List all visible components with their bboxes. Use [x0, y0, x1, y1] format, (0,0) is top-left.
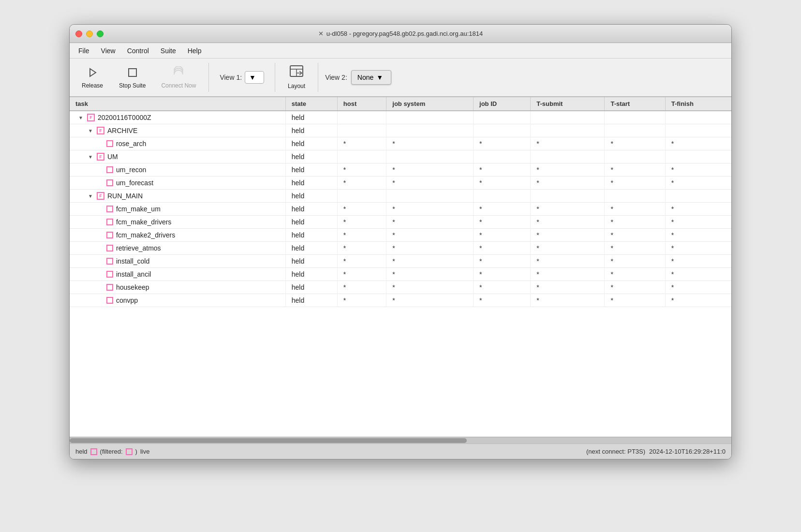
leaf-icon — [106, 245, 113, 251]
leaf-icon — [106, 219, 113, 225]
table-row[interactable]: housekeepheld****** — [70, 281, 731, 294]
table-row[interactable]: ▼FUMheld — [70, 150, 731, 163]
host-cell — [337, 111, 386, 124]
release-label: Release — [82, 82, 103, 89]
table-row[interactable]: install_coldheld****** — [70, 255, 731, 268]
leaf-icon — [106, 284, 113, 291]
table-row[interactable]: retrieve_atmosheld****** — [70, 242, 731, 255]
table-row[interactable]: fcm_make_umheld****** — [70, 203, 731, 216]
table-row[interactable]: fcm_make_driversheld****** — [70, 216, 731, 229]
t-start-cell: * — [605, 294, 665, 307]
t-submit-cell: * — [531, 281, 605, 294]
task-cell: retrieve_atmos — [70, 242, 285, 255]
release-button[interactable]: Release — [75, 63, 109, 92]
table-row[interactable]: rose_archheld****** — [70, 137, 731, 150]
expand-arrow[interactable]: ▼ — [88, 193, 94, 199]
host-cell: * — [337, 177, 386, 190]
svg-rect-1 — [129, 69, 136, 76]
t-start-cell: * — [605, 281, 665, 294]
traffic-lights — [75, 30, 104, 37]
t-finish-cell — [665, 150, 731, 163]
menu-view[interactable]: View — [96, 45, 120, 57]
job-system-cell: * — [386, 242, 474, 255]
task-cell: install_cold — [70, 255, 285, 268]
host-cell: * — [337, 229, 386, 242]
status-state: held — [75, 448, 88, 455]
host-cell: * — [337, 242, 386, 255]
expand-arrow[interactable]: ▼ — [78, 115, 84, 120]
title-icon: ✕ — [318, 30, 324, 37]
job-id-cell: * — [474, 177, 531, 190]
t-finish-cell: * — [665, 294, 731, 307]
job-id-cell: * — [474, 203, 531, 216]
t-submit-cell — [531, 190, 605, 203]
view1-label: View 1: — [220, 74, 242, 81]
state-cell: held — [285, 229, 337, 242]
task-table-container[interactable]: task state host job system job ID T-subm… — [70, 97, 731, 437]
t-start-cell: * — [605, 255, 665, 268]
layout-button[interactable]: Layout — [282, 62, 311, 92]
job-id-cell: * — [474, 216, 531, 229]
stop-suite-button[interactable]: Stop Suite — [113, 63, 151, 92]
minimize-button[interactable] — [86, 30, 93, 37]
host-cell — [337, 124, 386, 137]
t-start-cell: * — [605, 163, 665, 177]
host-cell: * — [337, 268, 386, 281]
t-finish-cell — [665, 190, 731, 203]
stop-icon — [126, 66, 139, 79]
t-submit-cell: * — [531, 229, 605, 242]
table-row[interactable]: fcm_make2_driversheld****** — [70, 229, 731, 242]
task-cell: install_ancil — [70, 268, 285, 281]
t-finish-cell: * — [665, 281, 731, 294]
table-row[interactable]: um_reconheld****** — [70, 163, 731, 177]
table-row[interactable]: ▼F20200116T0000Zheld — [70, 111, 731, 124]
menu-file[interactable]: File — [74, 45, 94, 57]
close-button[interactable] — [75, 30, 82, 37]
scrollbar[interactable] — [70, 437, 731, 443]
task-cell: fcm_make_drivers — [70, 216, 285, 229]
task-cell: ▼FUM — [70, 150, 285, 163]
t-submit-cell: * — [531, 163, 605, 177]
host-cell: * — [337, 203, 386, 216]
table-row[interactable]: install_ancilheld****** — [70, 268, 731, 281]
menu-control[interactable]: Control — [122, 45, 154, 57]
view2-dropdown[interactable]: None ▼ — [351, 70, 391, 85]
status-held-icon — [90, 448, 97, 455]
status-filtered-icon — [126, 448, 133, 455]
view1-dropdown[interactable]: ▼ — [245, 71, 264, 84]
t-submit-cell — [531, 124, 605, 137]
col-t-start: T-start — [605, 97, 665, 111]
col-host: host — [337, 97, 386, 111]
expand-arrow[interactable]: ▼ — [88, 154, 94, 160]
menu-help[interactable]: Help — [183, 45, 207, 57]
job-system-cell — [386, 111, 474, 124]
leaf-icon — [106, 140, 113, 147]
task-name: install_ancil — [116, 270, 151, 278]
state-cell: held — [285, 150, 337, 163]
table-row[interactable]: convppheld****** — [70, 294, 731, 307]
table-row[interactable]: um_forecastheld****** — [70, 177, 731, 190]
scrollbar-thumb[interactable] — [70, 438, 467, 443]
col-t-submit: T-submit — [531, 97, 605, 111]
task-table: task state host job system job ID T-subm… — [70, 97, 731, 307]
t-start-cell: * — [605, 137, 665, 150]
toolbar-sep-3 — [318, 63, 318, 92]
expand-arrow[interactable]: ▼ — [88, 128, 94, 133]
job-id-cell — [474, 150, 531, 163]
menu-suite[interactable]: Suite — [156, 45, 181, 57]
state-cell: held — [285, 111, 337, 124]
state-cell: held — [285, 242, 337, 255]
connect-now-button[interactable]: Connect Now — [155, 63, 202, 92]
t-submit-cell: * — [531, 137, 605, 150]
state-cell: held — [285, 177, 337, 190]
state-cell: held — [285, 255, 337, 268]
table-row[interactable]: ▼FRUN_MAINheld — [70, 190, 731, 203]
task-cell: fcm_make2_drivers — [70, 229, 285, 242]
host-cell: * — [337, 255, 386, 268]
table-row[interactable]: ▼FARCHIVEheld — [70, 124, 731, 137]
maximize-button[interactable] — [97, 30, 104, 37]
job-system-cell: * — [386, 203, 474, 216]
t-submit-cell: * — [531, 268, 605, 281]
stop-suite-label: Stop Suite — [119, 82, 146, 89]
task-name: retrieve_atmos — [116, 244, 161, 252]
